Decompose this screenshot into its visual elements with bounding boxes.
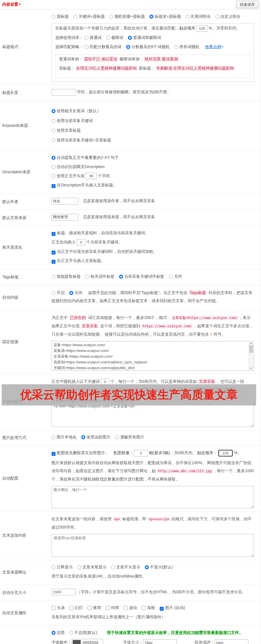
- checkbox-option[interactable]: 滚动: [124, 605, 137, 610]
- radio-icon[interactable]: [52, 138, 56, 142]
- radio-option[interactable]: 相关词作标签: [85, 274, 114, 279]
- radio-option[interactable]: 匹配分数最高的词: [84, 44, 122, 49]
- radio-icon[interactable]: [109, 15, 113, 19]
- title-length-input[interactable]: [52, 89, 76, 96]
- radio-icon[interactable]: [174, 45, 178, 49]
- textarea-scrollbar[interactable]: ▲ ▼: [248, 342, 253, 370]
- radio-option[interactable]: 普通词和极限词: [128, 35, 161, 40]
- desc-option-1[interactable]: 自动提取正文中最重要的2-3个句子: [52, 154, 254, 161]
- radio-icon[interactable]: [73, 15, 77, 19]
- desc-insert-title-checkbox[interactable]: 在Description开头插入文章标题。: [52, 182, 254, 188]
- radio-option[interactable]: 开启: [52, 290, 65, 295]
- scrollbar-up-arrow[interactable]: ▲: [250, 342, 252, 345]
- checkbox-icon[interactable]: [88, 606, 92, 610]
- radio-option[interactable]: 分数最高的5个词随机: [126, 44, 170, 49]
- radio-icon[interactable]: [52, 631, 56, 635]
- desc-option-3[interactable]: 使用正文开头前 个字符: [52, 172, 254, 180]
- auto-image-probability-input[interactable]: [218, 450, 233, 456]
- checkbox-option[interactable]: 图片 (自动): [160, 605, 185, 610]
- relevance-checkbox-1[interactable]: 标题、描述相关度低时，自动添加当前采集关键词。: [52, 229, 254, 236]
- radio-option[interactable]: 图片本地化: [52, 435, 77, 439]
- radio-option[interactable]: 使用当前采集关键词: [52, 118, 254, 123]
- paging-size-input[interactable]: [52, 589, 76, 595]
- radio-icon[interactable]: [52, 129, 56, 133]
- desc-prefix-chars-input[interactable]: [86, 173, 97, 179]
- radio-option[interactable]: 文章末尾显示: [77, 565, 106, 569]
- radio-icon[interactable]: [52, 165, 56, 169]
- checkbox-option[interactable]: 特荐: [106, 605, 119, 610]
- radio-option[interactable]: 当前采集关键词作标签: [119, 274, 164, 279]
- append-content-textarea[interactable]: [52, 534, 254, 557]
- font-color-swatch[interactable]: [73, 640, 81, 644]
- radio-icon[interactable]: [128, 36, 132, 40]
- default-author-input[interactable]: [52, 198, 78, 204]
- checkbox-icon[interactable]: [106, 606, 110, 610]
- radio-option[interactable]: 普通词: [84, 35, 102, 40]
- radio-option[interactable]: 智能提取标签: [52, 274, 81, 279]
- effect-example-link[interactable]: 效果示例»: [205, 44, 224, 49]
- radio-icon[interactable]: [186, 15, 190, 19]
- font-color-picker-group[interactable]: #555555: [72, 639, 103, 644]
- radio-icon[interactable]: [169, 275, 173, 279]
- relevance-insert-count-input[interactable]: [77, 239, 85, 246]
- radio-option[interactable]: 源标题: [52, 14, 69, 19]
- font-size-input[interactable]: [143, 639, 177, 644]
- radio-icon[interactable]: [126, 45, 130, 49]
- auto-image-count-input[interactable]: [134, 450, 148, 456]
- checkbox-option[interactable]: 加粗: [142, 605, 155, 610]
- radio-option[interactable]: 使用当前采集关键词+文章标题: [52, 138, 254, 143]
- radio-icon[interactable]: [52, 565, 56, 569]
- checkbox-option[interactable]: 幻灯: [70, 605, 83, 610]
- checkbox-option[interactable]: 推荐: [88, 605, 101, 610]
- radio-option[interactable]: 启用: [52, 630, 65, 635]
- checkbox-icon[interactable]: [52, 184, 56, 188]
- checkbox-icon[interactable]: [52, 452, 56, 456]
- radio-option[interactable]: 关键词+源标题: [73, 14, 105, 19]
- radio-option[interactable]: 长尾词组合: [186, 14, 211, 19]
- radio-icon[interactable]: [145, 565, 149, 569]
- radio-option[interactable]: 使用远程图片: [81, 435, 110, 439]
- radio-icon[interactable]: [85, 275, 89, 279]
- radio-option[interactable]: 所有词随机: [174, 44, 199, 49]
- checkbox-icon[interactable]: [52, 251, 56, 255]
- radio-option[interactable]: 关闭: [169, 274, 182, 279]
- radio-option[interactable]: 使用文章标题: [52, 128, 254, 133]
- radio-option[interactable]: 注释显示: [52, 565, 73, 569]
- checkbox-icon[interactable]: [52, 260, 56, 264]
- radio-option[interactable]: 不启用(默认): [69, 630, 97, 635]
- checkbox-icon[interactable]: [52, 606, 56, 610]
- radio-option[interactable]: 关闭: [69, 290, 82, 295]
- radio-icon[interactable]: [52, 109, 56, 113]
- radio-option[interactable]: 极限词: [106, 35, 123, 40]
- checkbox-icon[interactable]: [52, 232, 56, 236]
- radio-icon[interactable]: [149, 15, 153, 19]
- checkbox-icon[interactable]: [142, 606, 146, 610]
- checkbox-icon[interactable]: [160, 607, 164, 611]
- radio-icon[interactable]: [69, 291, 73, 295]
- quick-save-button[interactable]: 快速保存: [236, 1, 258, 8]
- radio-icon[interactable]: [81, 435, 85, 439]
- radio-icon[interactable]: [215, 15, 220, 19]
- radio-icon[interactable]: [84, 36, 88, 40]
- radio-icon[interactable]: [52, 119, 56, 123]
- radio-option[interactable]: 使用相关长尾词（默认）: [52, 109, 254, 114]
- radio-icon[interactable]: [52, 15, 56, 19]
- relevance-checkbox-3[interactable]: 在正文开头插入文章标题。: [52, 257, 254, 264]
- font-color-value[interactable]: #555555: [82, 640, 103, 644]
- checkbox-icon[interactable]: [70, 606, 74, 610]
- fixed-links-textarea[interactable]: 采集>https://www.ucaiyun.com/ 采集器>https://…: [52, 341, 254, 371]
- trigger-probability-input[interactable]: [197, 25, 207, 32]
- radio-icon[interactable]: [111, 565, 115, 569]
- radio-icon[interactable]: [77, 565, 81, 569]
- radio-option[interactable]: 屏蔽所有图片: [115, 435, 144, 439]
- scrollbar-thumb[interactable]: [249, 345, 253, 353]
- radio-icon[interactable]: [69, 631, 73, 635]
- radio-option[interactable]: 随机前缀+源标题: [109, 14, 145, 19]
- radio-icon[interactable]: [115, 435, 119, 439]
- radio-icon[interactable]: [106, 36, 110, 40]
- relevance-checkbox-2[interactable]: 当正文中出现当前采集关键词时，自动把该关键词加粗。: [52, 248, 254, 255]
- radio-icon[interactable]: [52, 275, 56, 279]
- radio-icon[interactable]: [119, 275, 123, 279]
- radio-icon[interactable]: [52, 156, 56, 160]
- radio-icon[interactable]: [52, 174, 56, 178]
